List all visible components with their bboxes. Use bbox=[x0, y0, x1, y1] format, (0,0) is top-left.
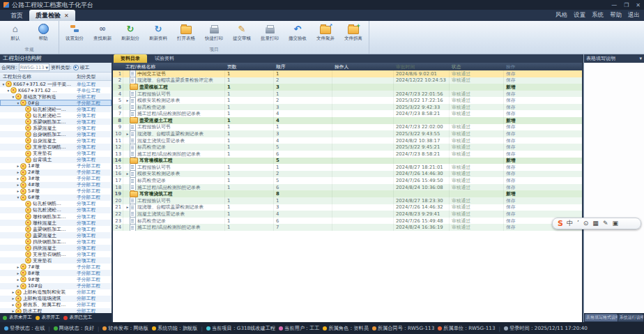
cell-name: 盖梁混凝土工程 bbox=[123, 117, 225, 124]
col-header-操作人[interactable]: 操作人 bbox=[332, 63, 394, 70]
table-row[interactable]: 16▸模板安装检测记录表122024/7/26 14:46:30审核通过保存 bbox=[113, 171, 582, 178]
tree-node[interactable]: ▸防水工程分部工程 bbox=[0, 308, 112, 313]
ribbon-button-提交审核[interactable]: ✎提交审核 bbox=[228, 22, 256, 47]
table-row[interactable]: 3盖梁模板工程13新增 bbox=[113, 84, 582, 91]
ribbon-button-文件拆离[interactable]: +文件拆离 bbox=[339, 22, 367, 47]
status-item-text: 当前用户：工工 bbox=[284, 325, 319, 332]
ime-toolbar[interactable]: S 中’⊙▦✎▣ bbox=[552, 218, 641, 229]
ribbon-button-帮助[interactable]: 帮助 bbox=[29, 22, 57, 47]
table-row[interactable]: 24施工过程/成品检测拍照记录表172024/8/24 16:36:19审核通过… bbox=[113, 224, 582, 231]
cell-operation-link[interactable]: 保存 bbox=[504, 151, 582, 158]
cell-operation-link[interactable]: 保存 bbox=[504, 184, 582, 191]
minimize-button[interactable]: — bbox=[611, 2, 617, 8]
cell-operation-link[interactable]: 保存 bbox=[504, 110, 582, 117]
table-row[interactable]: 8盖梁混凝土工程14新增 bbox=[113, 117, 582, 124]
toolbox-icon[interactable]: ▣ bbox=[612, 220, 618, 227]
cell-operation-link[interactable]: 保存 bbox=[504, 130, 582, 137]
table-row[interactable]: 14耳背墙模板工程5新增 bbox=[113, 158, 582, 165]
contract-select[interactable]: RW5G-113 ▼ bbox=[19, 63, 49, 71]
keyboard-icon[interactable]: ▦ bbox=[592, 220, 599, 227]
cell-operation-link[interactable]: 保存 bbox=[504, 211, 582, 218]
col-header-审批时间[interactable]: 审批时间 bbox=[394, 63, 450, 70]
tab-close-icon[interactable]: ✕ bbox=[64, 13, 69, 19]
cell-operation-link[interactable]: 保存 bbox=[504, 204, 582, 211]
contract-label: 合同段: bbox=[1, 64, 17, 71]
chinese-mode-icon[interactable]: 中 bbox=[567, 220, 573, 227]
table-row[interactable]: 17标高检查记录152024/7/26 15:49:50审核通过保存 bbox=[113, 177, 582, 184]
menu-item-系统[interactable]: 系统 bbox=[592, 11, 604, 20]
menu-item-退出[interactable]: 退出 bbox=[628, 11, 640, 20]
ribbon-button-默认[interactable]: ⌂默认 bbox=[1, 22, 29, 47]
mic-icon[interactable]: ⊙ bbox=[583, 220, 589, 227]
col-header-页数[interactable]: 页数 bbox=[225, 63, 274, 70]
cell-operation-link[interactable]: 保存 bbox=[504, 171, 582, 178]
ribbon-button-打开表格[interactable]: 打开表格 bbox=[172, 22, 200, 47]
doc-tab-资料目录[interactable]: 资料目录 bbox=[114, 54, 147, 63]
table-row[interactable]: 22混凝土浇筑位置记录表142024/8/23 9:29:41审核通过保存 bbox=[113, 211, 582, 218]
cell-operation-link[interactable]: 新增 bbox=[504, 158, 582, 165]
table-row[interactable]: 1中间交工证书112024/8/6 9:02:01审核通过保存 bbox=[113, 70, 582, 77]
table-row[interactable]: 18施工过程/成品检测拍照记录表162024/8/24 10:36:08审核通过… bbox=[113, 184, 582, 191]
pin-icon[interactable]: ▾ bbox=[639, 56, 642, 61]
brush-icon[interactable]: ✎ bbox=[603, 220, 608, 227]
cell-operation-link[interactable]: 保存 bbox=[504, 77, 582, 84]
tree-col-name[interactable]: 工程划分名称 bbox=[0, 73, 77, 80]
ribbon-button-快捷打印[interactable]: 快捷打印 bbox=[200, 22, 228, 47]
cell-operation-link[interactable]: 新增 bbox=[504, 117, 582, 124]
cell-operation-link[interactable]: 新增 bbox=[504, 190, 582, 197]
menu-item-设置[interactable]: 设置 bbox=[574, 11, 585, 20]
table-row[interactable]: 2现浇墩、台帽或盖梁质量检验评定表122024/12/22 10:24:53审核… bbox=[113, 77, 582, 84]
menu-item-帮助[interactable]: 帮助 bbox=[610, 11, 622, 20]
table-row[interactable]: 19耳背墙浇筑工程8新增 bbox=[113, 190, 582, 197]
col-header-工程/表格名称[interactable]: 工程/表格名称 bbox=[123, 63, 225, 70]
cell-operation-link[interactable]: 保存 bbox=[504, 97, 582, 104]
ribbon-button-批量打印[interactable]: 批量打印 bbox=[256, 22, 284, 47]
punctuation-icon[interactable]: ’ bbox=[577, 220, 579, 227]
help-tab[interactable]: 表格填写格式说明 bbox=[585, 314, 618, 321]
cell-operation-link[interactable]: 保存 bbox=[504, 70, 582, 77]
tab-质量检验[interactable]: 质量检验✕ bbox=[29, 10, 75, 21]
maximize-button[interactable]: ❐ bbox=[624, 2, 629, 8]
table-row[interactable]: 12标高检查记录152025/3/22 9:45:21审核通过保存 bbox=[113, 144, 582, 151]
table-row[interactable]: 5▸模板安装检测记录表122025/3/22 17:22:16审核通过保存 bbox=[113, 97, 582, 104]
cell-operation-link[interactable]: 保存 bbox=[504, 144, 582, 151]
cell-operation-link[interactable]: 保存 bbox=[504, 91, 582, 98]
table-row[interactable]: 23标高检查记录162024/7/26 15:49:48审核通过保存 bbox=[113, 218, 582, 225]
cell-operation-link[interactable]: 保存 bbox=[504, 124, 582, 131]
ribbon-button-查找刷新[interactable]: ∞查找刷新 bbox=[89, 22, 116, 47]
doc-tab-试验资料[interactable]: 试验资料 bbox=[148, 54, 181, 63]
cell-operation-link[interactable]: 保存 bbox=[504, 197, 582, 204]
close-button[interactable]: ✕ bbox=[636, 2, 641, 8]
cell-operation-link[interactable]: 新增 bbox=[504, 84, 582, 91]
cell-operation-link[interactable]: 保存 bbox=[504, 137, 582, 144]
col-header-状态[interactable]: 状态 bbox=[450, 63, 504, 70]
col-header-操作[interactable]: 操作 bbox=[504, 63, 582, 70]
table-row[interactable]: 11混凝土浇筑位置记录表142024/8/2 10:38:17审核通过保存 bbox=[113, 137, 582, 144]
table-row[interactable]: 6标高检查记录132025/3/22 9:42:33审核通过保存 bbox=[113, 104, 582, 111]
cell-approve-time: 2024/8/27 18:21:01 bbox=[394, 164, 450, 171]
cell-operation-link[interactable]: 保存 bbox=[504, 164, 582, 171]
tree-col-type[interactable]: 划分类型 bbox=[77, 73, 112, 80]
col-header-顺序[interactable]: 顺序 bbox=[274, 63, 332, 70]
help-tab[interactable]: 系统运行说明 bbox=[618, 314, 643, 321]
ribbon-button-撤交验收[interactable]: ↶撤交验收 bbox=[284, 22, 312, 47]
table-row[interactable]: 13施工过程/成品检测拍照记录表162024/7/23 8:58:21审核通过保… bbox=[113, 151, 582, 158]
ribbon-button-文件聚并[interactable]: ↗文件聚并 bbox=[312, 22, 339, 47]
tab-首页[interactable]: 首页 bbox=[4, 10, 29, 21]
table-row[interactable]: 10▸现浇墩、台帽或盖梁检测记录表132025/3/22 9:43:55审核通过… bbox=[113, 130, 582, 137]
ribbon-button-刷新资料[interactable]: ↻刷新资料 bbox=[144, 22, 172, 47]
ribbon-button-设置划分[interactable]: 设置划分 bbox=[61, 22, 89, 47]
completion-radio[interactable] bbox=[73, 65, 79, 70]
cell-operation-link[interactable]: 保存 bbox=[504, 104, 582, 111]
table-row[interactable]: 15工程报验认可书112024/8/27 18:21:01审核通过保存 bbox=[113, 164, 582, 171]
table-row[interactable]: 21▸现浇墩、台帽或盖梁检测记录表132024/7/26 14:46:32审核通… bbox=[113, 204, 582, 211]
table-row[interactable]: 4工程报验认可书112024/7/23 22:01:56审核通过保存 bbox=[113, 91, 582, 98]
table-row[interactable]: 9工程报验认可书112024/7/23 22:02:00审核通过保存 bbox=[113, 124, 582, 131]
ribbon-button-刷新划分[interactable]: ↻刷新划分 bbox=[116, 22, 144, 47]
table-row[interactable]: 20工程报验认可书112024/8/27 18:23:30审核通过保存 bbox=[113, 197, 582, 204]
cell-operation-link[interactable]: 保存 bbox=[504, 177, 582, 184]
menu-item-风格[interactable]: 风格 bbox=[555, 11, 567, 20]
sogou-logo-icon[interactable]: S bbox=[558, 219, 563, 228]
table-row[interactable]: 7施工过程/成品检测拍照记录表142024/7/23 8:58:21审核通过保存 bbox=[113, 110, 582, 117]
legend-dot-icon bbox=[63, 316, 68, 320]
